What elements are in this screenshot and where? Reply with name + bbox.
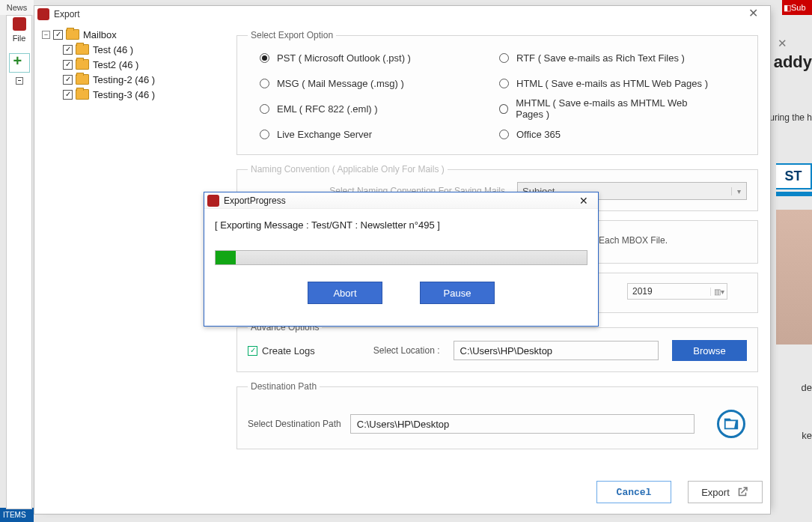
checkbox[interactable]: ✓ <box>63 45 73 55</box>
tree-root[interactable]: − ✓ Mailbox <box>39 27 232 42</box>
progress-bar <box>215 250 587 265</box>
naming-legend: Naming Convention ( Applicable Only For … <box>248 164 448 174</box>
destination-input[interactable] <box>350 414 695 434</box>
folder-icon <box>76 44 89 55</box>
destination-legend: Destination Path <box>248 381 320 392</box>
browse-destination-button[interactable] <box>717 410 745 438</box>
bg-st-box: ST <box>776 163 812 189</box>
destination-path-group: Destination Path Select Destination Path <box>236 381 758 449</box>
bg-brand-fragment: addy <box>774 52 812 72</box>
bg-text-fragment-2: de <box>802 382 812 393</box>
log-location-value[interactable] <box>459 345 653 357</box>
date-to-input[interactable]: 2019 ▥▾ <box>627 283 727 300</box>
bg-status-bar: ITEMS <box>0 508 34 522</box>
bg-tree-toggle[interactable] <box>16 77 23 85</box>
export-icon <box>736 485 749 499</box>
folder-icon <box>66 29 79 40</box>
export-progress-dialog: ExportProgress ✕ [ Exporting Message : T… <box>204 192 599 327</box>
checkbox[interactable]: ✓ <box>63 75 73 85</box>
bg-sub-strip: ◧Sub <box>782 0 812 15</box>
pause-button[interactable]: Pause <box>420 282 495 304</box>
export-option-legend: Select Export Option <box>248 30 336 40</box>
folder-icon <box>76 59 89 70</box>
radio-office365[interactable]: Office 365 <box>499 124 709 144</box>
bg-file-menu[interactable]: File <box>7 34 31 43</box>
folder-icon <box>76 74 89 85</box>
calendar-icon[interactable]: ▥▾ <box>710 288 727 296</box>
checkbox[interactable]: ✓ <box>63 90 73 100</box>
bg-image-fragment <box>776 210 812 345</box>
collapse-icon[interactable]: − <box>42 31 50 39</box>
create-logs-label: Create Logs <box>262 345 315 356</box>
titlebar: Export ✕ <box>34 6 770 22</box>
advance-options-group: Advance Options ✓ Create Logs Select Loc… <box>236 322 758 372</box>
log-location-input[interactable] <box>454 341 659 360</box>
date-to-value: 2019 <box>628 286 710 297</box>
progress-title: ExportProgress <box>224 195 286 206</box>
abort-button[interactable]: Abort <box>308 282 382 304</box>
browse-button[interactable]: Browse <box>672 340 747 361</box>
window-title: Export <box>54 9 80 19</box>
tree-item-label: Testing-3 (46 ) <box>93 89 155 100</box>
tree-item[interactable]: ✓ Test (46 ) <box>39 42 232 57</box>
checkbox-icon: ✓ <box>248 346 257 356</box>
folder-open-icon <box>723 416 739 432</box>
app-icon <box>37 8 49 20</box>
select-location-label: Select Location : <box>373 345 440 356</box>
tree-item[interactable]: ✓ Testing-3 (46 ) <box>39 87 232 102</box>
destination-label: Select Destination Path <box>248 419 341 429</box>
tree-item-label: Testing-2 (46 ) <box>93 74 155 85</box>
radio-live-exchange[interactable]: Live Exchange Server <box>260 124 499 144</box>
tree-item[interactable]: ✓ Test2 (46 ) <box>39 57 232 72</box>
create-logs-checkbox[interactable]: ✓ Create Logs <box>248 345 315 356</box>
bg-text-fragment-3: ke <box>802 430 812 441</box>
radio-rtf[interactable]: RTF ( Save e-mails as Rich Text Files ) <box>499 48 709 67</box>
progress-titlebar: ExportProgress ✕ <box>204 192 598 209</box>
radio-mhtml[interactable]: MHTML ( Save e-mails as MHTML Web Pages … <box>499 99 709 118</box>
window-close-button[interactable]: ✕ <box>736 6 770 22</box>
tree-item-label: Test2 (46 ) <box>93 59 138 70</box>
bg-app-close[interactable]: ✕ <box>767 34 797 53</box>
bg-app-window: File ✕ <box>6 15 32 509</box>
tree-root-label: Mailbox <box>83 29 117 40</box>
bg-add-icon[interactable] <box>9 53 30 73</box>
destination-value[interactable] <box>355 418 689 431</box>
bg-st-divider <box>776 192 812 196</box>
radio-html[interactable]: HTML ( Save e-mails as HTML Web Pages ) <box>499 73 709 93</box>
radio-msg[interactable]: MSG ( Mail Message (.msg) ) <box>260 73 499 93</box>
tree-item[interactable]: ✓ Testing-2 (46 ) <box>39 72 232 87</box>
progress-message: [ Exporting Message : Test/GNT : Newslet… <box>204 209 598 231</box>
bg-text-fragment-1: uring the h <box>769 112 812 123</box>
cancel-button[interactable]: Cancel <box>596 481 671 503</box>
bg-app-icon <box>13 17 26 31</box>
export-option-group: Select Export Option PST ( Microsoft Out… <box>236 30 758 155</box>
app-icon <box>207 195 219 207</box>
export-button-label: Export <box>701 487 730 498</box>
tree-item-label: Test (46 ) <box>93 44 133 55</box>
checkbox[interactable]: ✓ <box>53 30 63 40</box>
radio-pst[interactable]: PST ( Microsoft Outlook (.pst) ) <box>260 48 499 67</box>
bg-news-label: News <box>0 0 34 15</box>
folder-icon <box>76 89 89 100</box>
chevron-down-icon[interactable]: ▾ <box>731 187 746 195</box>
checkbox[interactable]: ✓ <box>63 60 73 70</box>
progress-bar-fill <box>216 251 236 264</box>
progress-close-button[interactable]: ✕ <box>570 195 598 207</box>
radio-eml[interactable]: EML ( RFC 822 (.eml) ) <box>260 99 499 118</box>
export-button[interactable]: Export <box>688 481 763 503</box>
